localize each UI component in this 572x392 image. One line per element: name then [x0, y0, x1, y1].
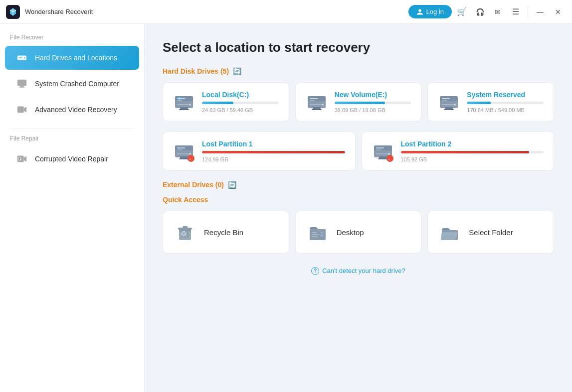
sidebar-system-crashed-label: System Crashed Computer — [35, 80, 119, 88]
svg-rect-30 — [312, 109, 322, 110]
drive-progress-fill-new-volume-e — [335, 102, 385, 104]
drive-card-local-c[interactable]: Local Disk(C:) 24.63 GB / 59.46 GB — [163, 82, 289, 122]
cart-button[interactable]: 🛒 — [454, 4, 470, 20]
drive-size-lost-2: 105.92 GB — [401, 156, 544, 162]
close-button[interactable]: ✕ — [550, 4, 566, 20]
svg-rect-34 — [442, 100, 447, 101]
desktop-folder-icon — [307, 221, 329, 243]
refresh-external-drives-icon[interactable]: 🔄 — [228, 181, 236, 189]
svg-rect-41 — [177, 147, 185, 148]
drive-card-new-volume-e[interactable]: New Volume(E:) 38.09 GB / 19.08 GB — [295, 82, 422, 122]
svg-rect-38 — [444, 109, 454, 110]
titlebar: Wondershare Recoverit Log in 🛒 🎧 ✉ ☰ — ✕ — [0, 0, 572, 24]
svg-point-57 — [386, 155, 393, 162]
sidebar-advanced-video-label: Advanced Video Recovery — [35, 106, 117, 114]
drive-info-system-reserved: System Reserved 170.64 MB / 549.00 MB — [467, 91, 544, 113]
svg-text:✦: ✦ — [19, 157, 21, 161]
monitor-icon — [15, 77, 29, 91]
svg-rect-26 — [310, 100, 315, 101]
drive-name-lost-2: Lost Partition 2 — [401, 140, 544, 148]
drive-card-lost-1[interactable]: - Lost Partition 1 124.99 GB — [163, 131, 356, 171]
drive-progress-fill-lost-1 — [202, 151, 345, 153]
drive-progress-local-c — [202, 102, 279, 104]
video-icon — [15, 103, 29, 117]
drive-card-system-reserved[interactable]: System Reserved 170.64 MB / 549.00 MB — [427, 82, 554, 122]
main-content: Select a location to start recovery Hard… — [145, 24, 572, 392]
repair-icon: ✦ — [15, 152, 29, 166]
cant-detect-link[interactable]: ? Can't detect your hard drive? — [311, 267, 405, 275]
svg-text:-: - — [388, 156, 389, 161]
svg-rect-4 — [20, 86, 23, 87]
svg-rect-6 — [17, 107, 24, 113]
drive-progress-fill-local-c — [202, 102, 233, 104]
drive-progress-fill-system-reserved — [467, 102, 491, 104]
quick-card-recycle-bin[interactable]: ♻ Recycle Bin — [163, 211, 289, 254]
drive-progress-lost-2 — [401, 151, 544, 153]
drive-progress-new-volume-e — [335, 102, 411, 104]
svg-text:♻: ♻ — [181, 230, 187, 238]
svg-point-54 — [388, 153, 390, 155]
file-repair-section-label: File Repair — [0, 135, 144, 146]
sidebar-divider — [10, 129, 134, 129]
recycle-bin-icon: ♻ — [174, 221, 196, 243]
svg-rect-35 — [442, 104, 454, 105]
svg-rect-42 — [177, 149, 182, 150]
headset-icon: 🎧 — [476, 8, 484, 16]
svg-point-44 — [189, 153, 191, 155]
sidebar-item-corrupted-video[interactable]: ✦ Corrupted Video Repair — [5, 147, 139, 171]
page-title: Select a location to start recovery — [163, 40, 554, 55]
lost-partitions-grid: - Lost Partition 1 124.99 GB — [163, 131, 554, 171]
quick-access-grid: ♻ Recycle Bin — [163, 211, 554, 254]
mail-button[interactable]: ✉ — [490, 4, 506, 20]
svg-rect-43 — [177, 153, 189, 154]
svg-rect-62 — [183, 226, 188, 228]
svg-rect-3 — [17, 80, 26, 86]
lost-partition-1-icon: - — [173, 140, 195, 162]
minimize-icon: — — [537, 8, 544, 16]
svg-rect-25 — [310, 98, 318, 99]
svg-rect-69 — [312, 234, 320, 235]
svg-rect-51 — [376, 147, 384, 148]
drive-info-new-volume-e: New Volume(E:) 38.09 GB / 19.08 GB — [335, 91, 411, 113]
separator — [528, 7, 528, 17]
drive-name-system-reserved: System Reserved — [467, 91, 544, 99]
hard-disk-section-header: Hard Disk Drives (5) 🔄 — [163, 67, 554, 75]
svg-rect-33 — [442, 98, 450, 99]
login-button[interactable]: Log in — [408, 5, 452, 18]
drive-size-lost-1: 124.99 GB — [202, 156, 345, 162]
refresh-hard-disk-icon[interactable]: 🔄 — [233, 67, 241, 75]
lost-partition-2-icon: - — [372, 140, 394, 162]
sidebar-item-system-crashed[interactable]: System Crashed Computer — [5, 72, 139, 96]
desktop-label: Desktop — [337, 228, 364, 237]
titlebar-actions: Log in 🛒 🎧 ✉ ☰ — ✕ — [408, 4, 566, 20]
sidebar-item-hard-drives[interactable]: Hard Drives and Locations — [5, 46, 139, 70]
drive-icon-local-c — [173, 91, 195, 113]
drive-icon-system-reserved — [438, 91, 460, 113]
svg-rect-18 — [180, 107, 188, 109]
quick-card-desktop[interactable]: Desktop — [295, 211, 422, 254]
svg-point-36 — [454, 104, 456, 106]
svg-rect-29 — [313, 107, 321, 109]
svg-rect-53 — [376, 153, 388, 154]
mail-icon: ✉ — [495, 8, 501, 16]
svg-point-71 — [321, 232, 323, 234]
sidebar-item-advanced-video[interactable]: Advanced Video Recovery — [5, 98, 139, 122]
svg-point-1 — [24, 57, 25, 59]
drive-size-system-reserved: 170.64 MB / 549.00 MB — [467, 107, 544, 113]
svg-point-17 — [189, 104, 191, 106]
svg-rect-16 — [177, 104, 189, 105]
svg-rect-19 — [179, 109, 189, 110]
drive-size-local-c: 24.63 GB / 59.46 GB — [202, 107, 279, 113]
hard-disk-section-label: Hard Disk Drives (5) — [163, 67, 229, 75]
menu-button[interactable]: ☰ — [508, 4, 524, 20]
svg-rect-55 — [379, 156, 387, 158]
cart-icon: 🛒 — [457, 7, 467, 16]
external-drives-section-header: External Drives (0) 🔄 — [163, 181, 554, 189]
minimize-button[interactable]: — — [532, 4, 548, 20]
sidebar: File Recover Hard Drives and Locations S… — [0, 24, 145, 392]
drive-card-lost-2[interactable]: - Lost Partition 2 105.92 GB — [362, 131, 555, 171]
svg-rect-70 — [312, 236, 318, 237]
external-drives-section-label: External Drives (0) — [163, 181, 224, 189]
quick-card-select-folder[interactable]: Select Folder — [427, 211, 554, 254]
support-button[interactable]: 🎧 — [472, 4, 488, 20]
